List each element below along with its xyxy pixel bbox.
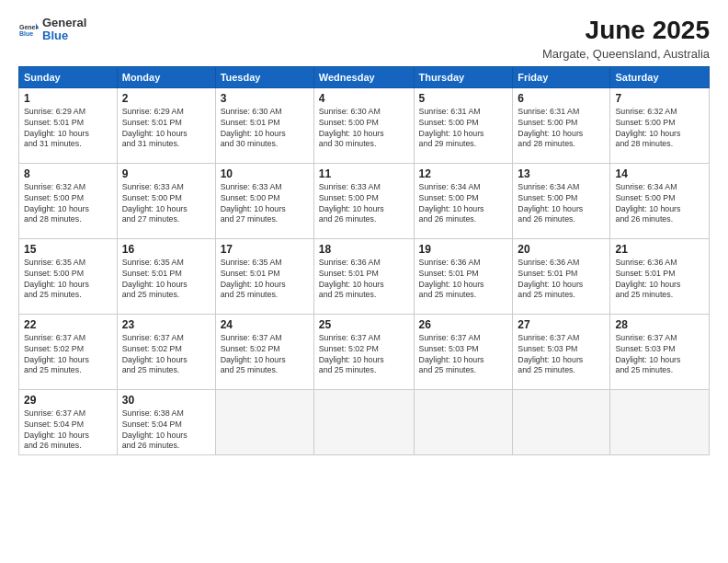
day-detail: Sunrise: 6:38 AM Sunset: 5:04 PM Dayligh…: [122, 408, 210, 453]
day-detail: Sunrise: 6:37 AM Sunset: 5:02 PM Dayligh…: [221, 333, 309, 377]
calendar-cell: 4Sunrise: 6:30 AM Sunset: 5:00 PM Daylig…: [313, 87, 414, 163]
calendar-cell: 9Sunrise: 6:33 AM Sunset: 5:00 PM Daylig…: [117, 163, 215, 238]
day-detail: Sunrise: 6:34 AM Sunset: 5:00 PM Dayligh…: [518, 182, 605, 226]
day-detail: Sunrise: 6:36 AM Sunset: 5:01 PM Dayligh…: [319, 258, 409, 302]
day-number: 10: [221, 167, 309, 180]
logo-icon: General Blue: [18, 19, 39, 40]
day-number: 26: [419, 318, 508, 331]
day-detail: Sunrise: 6:37 AM Sunset: 5:03 PM Dayligh…: [419, 333, 508, 377]
day-number: 20: [518, 243, 605, 256]
calendar-week-0: 1Sunrise: 6:29 AM Sunset: 5:01 PM Daylig…: [19, 87, 710, 163]
calendar-cell: 5Sunrise: 6:31 AM Sunset: 5:00 PM Daylig…: [414, 87, 513, 163]
day-number: 18: [319, 243, 409, 256]
calendar-cell: 12Sunrise: 6:34 AM Sunset: 5:00 PM Dayli…: [414, 163, 513, 238]
day-number: 27: [518, 318, 605, 331]
day-number: 4: [319, 92, 409, 105]
calendar-header-tuesday: Tuesday: [215, 66, 313, 87]
day-number: 12: [419, 167, 508, 180]
calendar-cell: 21Sunrise: 6:36 AM Sunset: 5:01 PM Dayli…: [610, 238, 710, 314]
day-number: 16: [122, 243, 210, 256]
calendar-week-2: 15Sunrise: 6:35 AM Sunset: 5:00 PM Dayli…: [19, 238, 710, 314]
day-number: 7: [615, 92, 704, 105]
day-detail: Sunrise: 6:32 AM Sunset: 5:00 PM Dayligh…: [615, 107, 704, 151]
day-number: 22: [24, 318, 112, 331]
day-number: 9: [122, 167, 210, 180]
calendar-cell: [313, 389, 414, 455]
calendar-cell: 29Sunrise: 6:37 AM Sunset: 5:04 PM Dayli…: [19, 389, 118, 455]
svg-text:General: General: [19, 24, 39, 30]
calendar-header-monday: Monday: [117, 66, 215, 87]
calendar-cell: [610, 389, 710, 455]
calendar-cell: 10Sunrise: 6:33 AM Sunset: 5:00 PM Dayli…: [215, 163, 313, 238]
calendar-header-row: SundayMondayTuesdayWednesdayThursdayFrid…: [19, 66, 710, 87]
day-number: 28: [615, 318, 704, 331]
day-number: 23: [122, 318, 210, 331]
calendar-cell: 30Sunrise: 6:38 AM Sunset: 5:04 PM Dayli…: [117, 389, 215, 455]
calendar-cell: 1Sunrise: 6:29 AM Sunset: 5:01 PM Daylig…: [19, 87, 118, 163]
calendar-cell: [513, 389, 610, 455]
day-number: 2: [122, 92, 210, 105]
calendar-week-3: 22Sunrise: 6:37 AM Sunset: 5:02 PM Dayli…: [19, 314, 710, 389]
day-detail: Sunrise: 6:29 AM Sunset: 5:01 PM Dayligh…: [24, 107, 112, 151]
day-number: 30: [122, 394, 210, 407]
calendar-cell: 19Sunrise: 6:36 AM Sunset: 5:01 PM Dayli…: [414, 238, 513, 314]
day-detail: Sunrise: 6:36 AM Sunset: 5:01 PM Dayligh…: [419, 258, 508, 302]
day-number: 11: [319, 167, 409, 180]
day-detail: Sunrise: 6:35 AM Sunset: 5:00 PM Dayligh…: [24, 258, 112, 302]
day-detail: Sunrise: 6:33 AM Sunset: 5:00 PM Dayligh…: [319, 182, 409, 226]
day-detail: Sunrise: 6:35 AM Sunset: 5:01 PM Dayligh…: [122, 258, 210, 302]
day-detail: Sunrise: 6:32 AM Sunset: 5:00 PM Dayligh…: [24, 182, 112, 226]
day-detail: Sunrise: 6:37 AM Sunset: 5:03 PM Dayligh…: [518, 333, 605, 377]
day-number: 19: [419, 243, 508, 256]
main-title: June 2025: [542, 17, 710, 45]
day-detail: Sunrise: 6:31 AM Sunset: 5:00 PM Dayligh…: [419, 107, 508, 151]
calendar-cell: 28Sunrise: 6:37 AM Sunset: 5:03 PM Dayli…: [610, 314, 710, 389]
day-detail: Sunrise: 6:36 AM Sunset: 5:01 PM Dayligh…: [615, 258, 704, 302]
calendar-cell: 15Sunrise: 6:35 AM Sunset: 5:00 PM Dayli…: [19, 238, 118, 314]
calendar-cell: 8Sunrise: 6:32 AM Sunset: 5:00 PM Daylig…: [19, 163, 118, 238]
calendar-cell: [414, 389, 513, 455]
day-number: 15: [24, 243, 112, 256]
calendar-cell: 14Sunrise: 6:34 AM Sunset: 5:00 PM Dayli…: [610, 163, 710, 238]
day-number: 8: [24, 167, 112, 180]
day-number: 1: [24, 92, 112, 105]
calendar-cell: 3Sunrise: 6:30 AM Sunset: 5:01 PM Daylig…: [215, 87, 313, 163]
day-detail: Sunrise: 6:37 AM Sunset: 5:04 PM Dayligh…: [24, 408, 112, 453]
logo: General Blue General Blue: [18, 17, 86, 43]
calendar-header-thursday: Thursday: [414, 66, 513, 87]
day-detail: Sunrise: 6:29 AM Sunset: 5:01 PM Dayligh…: [122, 107, 210, 151]
day-detail: Sunrise: 6:37 AM Sunset: 5:02 PM Dayligh…: [319, 333, 409, 377]
calendar-cell: [215, 389, 313, 455]
day-number: 14: [615, 167, 704, 180]
calendar-cell: 6Sunrise: 6:31 AM Sunset: 5:00 PM Daylig…: [513, 87, 610, 163]
calendar-cell: 2Sunrise: 6:29 AM Sunset: 5:01 PM Daylig…: [117, 87, 215, 163]
day-number: 17: [221, 243, 309, 256]
calendar-cell: 11Sunrise: 6:33 AM Sunset: 5:00 PM Dayli…: [313, 163, 414, 238]
calendar-cell: 23Sunrise: 6:37 AM Sunset: 5:02 PM Dayli…: [117, 314, 215, 389]
calendar-header-sunday: Sunday: [19, 66, 118, 87]
day-detail: Sunrise: 6:33 AM Sunset: 5:00 PM Dayligh…: [122, 182, 210, 226]
day-detail: Sunrise: 6:34 AM Sunset: 5:00 PM Dayligh…: [615, 182, 704, 226]
day-detail: Sunrise: 6:31 AM Sunset: 5:00 PM Dayligh…: [518, 107, 605, 151]
calendar-cell: 26Sunrise: 6:37 AM Sunset: 5:03 PM Dayli…: [414, 314, 513, 389]
day-detail: Sunrise: 6:30 AM Sunset: 5:01 PM Dayligh…: [221, 107, 309, 151]
day-number: 13: [518, 167, 605, 180]
subtitle: Margate, Queensland, Australia: [542, 47, 710, 61]
calendar-cell: 7Sunrise: 6:32 AM Sunset: 5:00 PM Daylig…: [610, 87, 710, 163]
day-detail: Sunrise: 6:35 AM Sunset: 5:01 PM Dayligh…: [221, 258, 309, 302]
day-number: 24: [221, 318, 309, 331]
calendar-cell: 18Sunrise: 6:36 AM Sunset: 5:01 PM Dayli…: [313, 238, 414, 314]
calendar-cell: 22Sunrise: 6:37 AM Sunset: 5:02 PM Dayli…: [19, 314, 118, 389]
day-number: 21: [615, 243, 704, 256]
calendar-header-friday: Friday: [513, 66, 610, 87]
day-detail: Sunrise: 6:30 AM Sunset: 5:00 PM Dayligh…: [319, 107, 409, 151]
calendar-cell: 25Sunrise: 6:37 AM Sunset: 5:02 PM Dayli…: [313, 314, 414, 389]
day-number: 25: [319, 318, 409, 331]
calendar-cell: 27Sunrise: 6:37 AM Sunset: 5:03 PM Dayli…: [513, 314, 610, 389]
day-number: 6: [518, 92, 605, 105]
header: General Blue General Blue June 2025 Marg…: [18, 17, 710, 61]
logo-text: General Blue: [42, 17, 86, 43]
day-detail: Sunrise: 6:36 AM Sunset: 5:01 PM Dayligh…: [518, 258, 605, 302]
title-block: June 2025 Margate, Queensland, Australia: [542, 17, 710, 61]
day-detail: Sunrise: 6:33 AM Sunset: 5:00 PM Dayligh…: [221, 182, 309, 226]
